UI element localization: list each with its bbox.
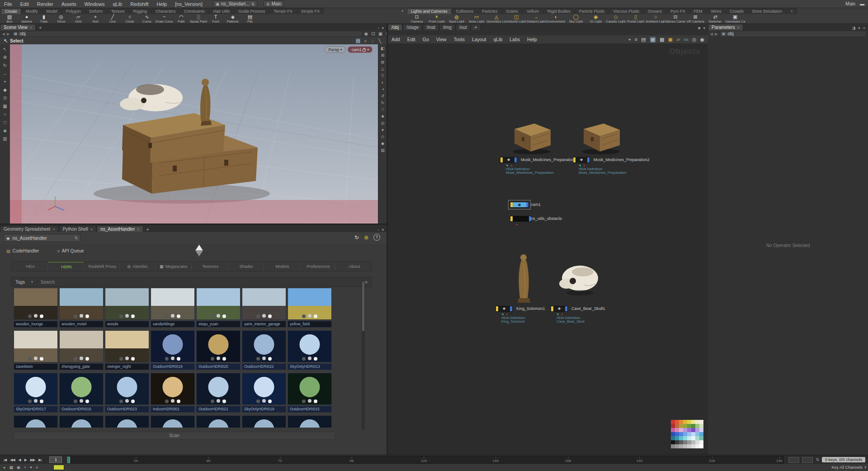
hdri-thumbnail[interactable]: xanderklinge: [151, 288, 195, 327]
pane-tab[interactable]: Python Shell×: [59, 226, 96, 232]
shelf-tool[interactable]: ○Circle: [121, 14, 138, 24]
network-menu-item[interactable]: Add: [388, 37, 404, 42]
hdri-thumbnail[interactable]: SkyOnlyHDRI017: [14, 373, 58, 412]
shelf-tab[interactable]: Deform: [85, 8, 107, 14]
network-node[interactable]: ❖ King_Solomon1 ◥ ● HDA Definition: King…: [495, 306, 526, 324]
shelf-tab[interactable]: Polygon: [62, 8, 85, 14]
palette-swatch[interactable]: [695, 440, 699, 444]
display-option-icon[interactable]: ◍: [381, 60, 385, 64]
shelf-tool[interactable]: ╱Line: [104, 14, 121, 24]
shelf-tab[interactable]: Characters: [151, 8, 179, 14]
shelf-tool[interactable]: ◉GI Light: [586, 14, 606, 24]
transport-button[interactable]: ▶▶: [28, 458, 37, 462]
shelf-tab[interactable]: Lights and Cameras: [407, 8, 452, 14]
palette-swatch[interactable]: [691, 424, 695, 428]
category-tab[interactable]: HDRI: [48, 262, 84, 271]
close-icon[interactable]: ×: [52, 227, 55, 232]
shelf-tab[interactable]: Drive Simulation: [748, 8, 786, 14]
palette-swatch[interactable]: [675, 420, 679, 424]
viewport-option-icon[interactable]: ◉: [364, 31, 368, 36]
shelf-tab[interactable]: Particle Fluids: [575, 8, 609, 14]
palette-swatch[interactable]: [675, 440, 679, 444]
display-option-icon[interactable]: □: [382, 107, 384, 112]
minimize-icon[interactable]: ▬: [860, 1, 864, 6]
shelf-tab[interactable]: Modify: [22, 8, 42, 14]
shelf-tab[interactable]: Crowds: [726, 8, 748, 14]
palette-swatch[interactable]: [679, 424, 683, 428]
shelf-tab[interactable]: Simple FX: [297, 8, 324, 14]
network-node[interactable]: ◉ cam1 ◥ ●: [510, 202, 529, 209]
hdri-thumbnail[interactable]: [196, 415, 241, 428]
transport-button[interactable]: ▶|: [37, 458, 43, 462]
viewport-tool-icon[interactable]: ⊕: [3, 55, 7, 60]
shelf-tab[interactable]: FEM: [690, 8, 707, 14]
status-icon[interactable]: ▾: [30, 465, 32, 470]
new-tab-button[interactable]: +: [144, 227, 152, 232]
palette-swatch[interactable]: [699, 432, 703, 436]
palette-swatch[interactable]: [679, 440, 683, 444]
shelf-tool[interactable]: ▧Box: [1, 14, 18, 24]
transport-button[interactable]: ◀◀: [8, 458, 16, 462]
network-path-tab[interactable]: /img: [439, 24, 455, 30]
shelf-tool[interactable]: ◠Path: [173, 14, 190, 24]
network-path-tab[interactable]: /mat: [423, 24, 439, 30]
menu-item[interactable]: Render: [33, 1, 57, 7]
selection-mode-icon[interactable]: ○: [363, 38, 368, 43]
category-tab[interactable]: ◎Alembic: [120, 262, 156, 271]
display-option-icon[interactable]: ↺: [381, 94, 385, 98]
shelf-tab[interactable]: Create: [1, 8, 21, 14]
close-icon[interactable]: ×: [90, 227, 93, 232]
menu-item[interactable]: File: [0, 1, 16, 7]
shelf-tool[interactable]: +Null: [87, 14, 104, 24]
palette-swatch[interactable]: [683, 436, 687, 440]
filter-icon[interactable]: ≡: [365, 280, 371, 285]
shelf-tool[interactable]: ▭Area Light: [467, 14, 486, 24]
shelf-tool[interactable]: ◎Torus: [52, 14, 70, 24]
forward-icon[interactable]: ▶: [7, 32, 10, 36]
node-name[interactable]: Musk_Medicines_Preparation1: [521, 157, 577, 162]
network-path-tab[interactable]: /out: [456, 24, 471, 30]
palette-swatch[interactable]: [691, 420, 695, 424]
palette-swatch[interactable]: [683, 440, 687, 444]
palette-swatch[interactable]: [687, 444, 691, 448]
network-toolbar-icon[interactable]: ▤: [641, 37, 646, 43]
display-option-icon[interactable]: ↻: [381, 100, 385, 105]
palette-swatch[interactable]: [691, 436, 695, 440]
network-menu-item[interactable]: Edit: [404, 37, 419, 42]
network-path-tab[interactable]: +: [471, 24, 481, 30]
viewport-tool-icon[interactable]: ○: [4, 112, 6, 117]
palette-swatch[interactable]: [687, 420, 691, 424]
pane-tab[interactable]: ns_AssetHandler×: [97, 226, 143, 232]
shelf-tool[interactable]: ☀Point Light: [427, 14, 447, 24]
hdri-thumbnail[interactable]: OutdoorHDRI020: [196, 330, 241, 369]
palette-swatch[interactable]: [695, 436, 699, 440]
selection-mode-icon[interactable]: □: [356, 38, 360, 43]
spinner-icon[interactable]: ⇅: [74, 236, 78, 240]
network-node[interactable]: ❖ Musk_Medicines_Preparation1 ◥ ● HDA De…: [500, 157, 553, 175]
gear-icon[interactable]: ⊛: [364, 234, 368, 241]
status-icon[interactable]: ◉: [17, 465, 20, 470]
shelf-tool[interactable]: ∿Curve: [138, 14, 156, 24]
shelf-tool[interactable]: ○Ambient Light: [646, 14, 665, 24]
palette-swatch[interactable]: [675, 424, 679, 428]
palette-swatch[interactable]: [699, 424, 703, 428]
category-tab[interactable]: Preferences: [300, 262, 336, 271]
palette-swatch[interactable]: [699, 436, 703, 440]
viewport-tool-icon[interactable]: ↻: [3, 63, 7, 68]
category-tab[interactable]: Models: [264, 262, 300, 271]
scan-button[interactable]: Scan: [14, 432, 335, 440]
node-name[interactable]: cam1: [531, 202, 541, 207]
desktop-label-right[interactable]: Main: [845, 1, 855, 6]
network-node[interactable]: ns_utils_obstacle ◥ ●: [510, 216, 532, 226]
shelf-tab[interactable]: Terrain FX: [269, 8, 297, 14]
network-menu-item[interactable]: qLib: [490, 37, 506, 42]
back-icon[interactable]: ◀: [2, 32, 5, 36]
node-name[interactable]: ns_utils_obstacle: [531, 216, 562, 221]
hdri-thumbnail[interactable]: zwinger_night: [105, 330, 149, 369]
hdri-thumbnail[interactable]: [151, 415, 195, 428]
shelf-tool[interactable]: ⊠VR Camera: [685, 14, 705, 24]
shelf-tool[interactable]: ◬Geometry Light: [486, 14, 506, 24]
node-render-flag[interactable]: [587, 157, 590, 163]
hdri-thumbnail[interactable]: OutdoorHDRI023: [105, 373, 149, 412]
shelf-tool[interactable]: ▤File: [241, 14, 259, 24]
